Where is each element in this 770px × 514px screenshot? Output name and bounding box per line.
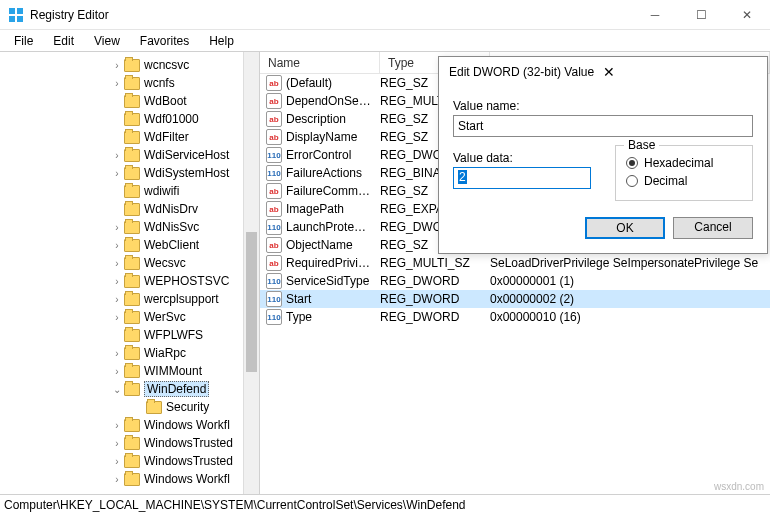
status-bar: Computer\HKEY_LOCAL_MACHINE\SYSTEM\Curre…: [0, 494, 770, 514]
tree-item[interactable]: WdFilter: [0, 128, 243, 146]
tree-item[interactable]: WdBoot: [0, 92, 243, 110]
svg-rect-2: [9, 16, 15, 22]
folder-icon: [124, 329, 140, 342]
svg-rect-1: [17, 8, 23, 14]
chevron-icon[interactable]: ›: [110, 366, 124, 377]
tree-item[interactable]: ›wcnfs: [0, 74, 243, 92]
tree-item[interactable]: Security: [0, 398, 243, 416]
app-icon: [8, 7, 24, 23]
cell-name: LaunchProtected: [286, 220, 380, 234]
dword-value-icon: 110: [266, 165, 282, 181]
folder-icon: [124, 203, 140, 216]
tree-item[interactable]: WFPLWFS: [0, 326, 243, 344]
tree-item[interactable]: wdiwifi: [0, 182, 243, 200]
tree-item[interactable]: ›WindowsTrusted: [0, 452, 243, 470]
list-row[interactable]: 110TypeREG_DWORD0x00000010 (16): [260, 308, 770, 326]
cell-type: REG_DWORD: [380, 310, 490, 324]
chevron-icon[interactable]: ›: [110, 294, 124, 305]
value-name-label: Value name:: [453, 99, 753, 113]
window-controls: ─ ☐ ✕: [632, 0, 770, 30]
chevron-icon[interactable]: ›: [110, 168, 124, 179]
tree-item[interactable]: ›WdiSystemHost: [0, 164, 243, 182]
tree-item[interactable]: Wdf01000: [0, 110, 243, 128]
tree-item-label: WdiServiceHost: [144, 148, 229, 162]
tree-item-label: wdiwifi: [144, 184, 179, 198]
tree-item[interactable]: ›WebClient: [0, 236, 243, 254]
ok-button[interactable]: OK: [585, 217, 665, 239]
folder-icon: [124, 293, 140, 306]
maximize-button[interactable]: ☐: [678, 0, 724, 30]
value-name-input[interactable]: [453, 115, 753, 137]
tree-item[interactable]: ›Windows Workfl: [0, 470, 243, 488]
chevron-icon[interactable]: ›: [110, 348, 124, 359]
dword-value-icon: 110: [266, 309, 282, 325]
radio-decimal[interactable]: Decimal: [626, 174, 742, 188]
folder-icon: [124, 221, 140, 234]
dword-value-icon: 110: [266, 291, 282, 307]
close-button[interactable]: ✕: [724, 0, 770, 30]
title-bar: Registry Editor ─ ☐ ✕: [0, 0, 770, 30]
tree-item-label: WerSvc: [144, 310, 186, 324]
cell-name: Type: [286, 310, 380, 324]
dword-value-icon: 110: [266, 147, 282, 163]
chevron-icon[interactable]: ›: [110, 240, 124, 251]
value-data-input[interactable]: 2: [453, 167, 591, 189]
chevron-icon[interactable]: ⌄: [110, 384, 124, 395]
chevron-icon[interactable]: ›: [110, 150, 124, 161]
tree-item[interactable]: ›WiaRpc: [0, 344, 243, 362]
cell-data: 0x00000001 (1): [490, 274, 770, 288]
folder-icon: [124, 347, 140, 360]
list-row[interactable]: 110ServiceSidTypeREG_DWORD0x00000001 (1): [260, 272, 770, 290]
string-value-icon: ab: [266, 129, 282, 145]
list-row[interactable]: 110StartREG_DWORD0x00000002 (2): [260, 290, 770, 308]
folder-icon: [124, 365, 140, 378]
tree-item-label: WindowsTrusted: [144, 454, 233, 468]
folder-icon: [124, 113, 140, 126]
chevron-icon[interactable]: ›: [110, 78, 124, 89]
menu-edit[interactable]: Edit: [45, 32, 82, 50]
tree-scrollbar[interactable]: [243, 52, 259, 494]
chevron-icon[interactable]: ›: [110, 474, 124, 485]
cell-name: FailureCommand: [286, 184, 380, 198]
folder-icon: [124, 473, 140, 486]
tree-item[interactable]: ›WdiServiceHost: [0, 146, 243, 164]
tree-item[interactable]: ›Windows Workfl: [0, 416, 243, 434]
tree-item[interactable]: ›WEPHOSTSVC: [0, 272, 243, 290]
base-label: Base: [624, 138, 659, 152]
chevron-icon[interactable]: ›: [110, 456, 124, 467]
cell-data: 0x00000002 (2): [490, 292, 770, 306]
tree-item[interactable]: ⌄WinDefend: [0, 380, 243, 398]
tree-item[interactable]: ›Wecsvc: [0, 254, 243, 272]
column-name[interactable]: Name: [260, 52, 380, 73]
tree-item[interactable]: ›wercplsupport: [0, 290, 243, 308]
menu-help[interactable]: Help: [201, 32, 242, 50]
list-row[interactable]: abRequiredPrivile...REG_MULTI_SZSeLoadDr…: [260, 254, 770, 272]
tree-item-label: Windows Workfl: [144, 472, 230, 486]
cancel-button[interactable]: Cancel: [673, 217, 753, 239]
chevron-icon[interactable]: ›: [110, 420, 124, 431]
tree-item[interactable]: ›WindowsTrusted: [0, 434, 243, 452]
tree-item[interactable]: WdNisDrv: [0, 200, 243, 218]
tree-item[interactable]: ›WerSvc: [0, 308, 243, 326]
tree-item[interactable]: ›WIMMount: [0, 362, 243, 380]
tree-list[interactable]: ›wcncsvc›wcnfsWdBootWdf01000WdFilter›Wdi…: [0, 52, 243, 494]
scrollbar-thumb[interactable]: [246, 232, 257, 372]
dialog-title: Edit DWORD (32-bit) Value: [449, 65, 603, 79]
menu-view[interactable]: View: [86, 32, 128, 50]
chevron-icon[interactable]: ›: [110, 258, 124, 269]
watermark: wsxdn.com: [714, 481, 764, 492]
menu-file[interactable]: File: [6, 32, 41, 50]
minimize-button[interactable]: ─: [632, 0, 678, 30]
chevron-icon[interactable]: ›: [110, 60, 124, 71]
tree-item[interactable]: ›WdNisSvc: [0, 218, 243, 236]
folder-icon: [146, 401, 162, 414]
radio-hexadecimal[interactable]: Hexadecimal: [626, 156, 742, 170]
chevron-icon[interactable]: ›: [110, 222, 124, 233]
cell-name: RequiredPrivile...: [286, 256, 380, 270]
dialog-close-button[interactable]: ✕: [603, 64, 757, 80]
chevron-icon[interactable]: ›: [110, 438, 124, 449]
tree-item[interactable]: ›wcncsvc: [0, 56, 243, 74]
chevron-icon[interactable]: ›: [110, 276, 124, 287]
chevron-icon[interactable]: ›: [110, 312, 124, 323]
menu-favorites[interactable]: Favorites: [132, 32, 197, 50]
